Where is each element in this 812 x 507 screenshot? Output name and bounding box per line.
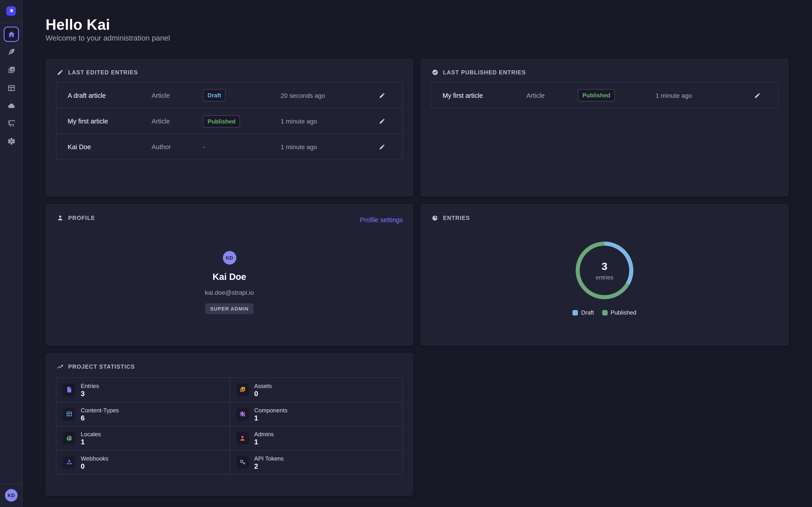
entries-count: 3 — [602, 260, 607, 272]
stat-value: 2 — [254, 462, 258, 470]
status-badge: Published — [578, 89, 615, 101]
sidebar-item-home[interactable] — [4, 26, 19, 42]
pencil-icon — [754, 92, 761, 99]
entry-name: My first article — [68, 118, 152, 125]
legend-label: Draft — [581, 309, 594, 316]
edit-entry-button[interactable] — [375, 140, 389, 154]
stat-label: Webhooks — [81, 455, 108, 462]
stat-value: 1 — [254, 438, 258, 446]
entry-time: 1 minute ago — [281, 118, 375, 125]
sidebar-item-deploy[interactable] — [0, 98, 22, 113]
strapi-admin-dashboard: KD Hello Kai Welcome to your administrat… — [0, 0, 812, 507]
globe-icon — [66, 435, 72, 442]
stat-api-tokens: API Tokens 2 — [230, 450, 402, 474]
entries-chart: 3 entries Draft Published — [421, 238, 788, 316]
project-statistics-panel: PROJECT STATISTICS Entries 3 Assets 0 Co… — [46, 353, 413, 496]
marketplace-cart-icon — [7, 119, 15, 127]
stat-label: Entries — [81, 383, 99, 389]
entries-count-label: entries — [596, 274, 613, 281]
table-row: A draft article Article Draft 20 seconds… — [56, 82, 402, 108]
panel-header: PROFILE — [57, 215, 95, 221]
status-empty: - — [203, 143, 281, 151]
panel-header: ENTRIES — [432, 215, 470, 221]
stat-label: Assets — [254, 383, 272, 389]
table-row: My first article Article Published 1 min… — [431, 82, 778, 108]
key-icon — [239, 459, 246, 466]
sidebar-item-media-library[interactable] — [0, 62, 22, 77]
sidebar-divider — [0, 22, 22, 23]
draft-swatch — [573, 310, 578, 315]
pencil-icon — [379, 118, 385, 124]
profile-name: Kai Doe — [46, 272, 413, 282]
stat-content-types: Content-Types 6 — [56, 402, 230, 426]
legend-item-published: Published — [602, 309, 636, 316]
pie-chart-icon — [432, 215, 439, 221]
strapi-logo-icon — [8, 8, 14, 14]
entry-type: Article — [152, 92, 203, 99]
sidebar-item-marketplace[interactable] — [0, 115, 22, 131]
profile-settings-link[interactable]: Profile settings — [360, 216, 403, 224]
donut-center: 3 entries — [572, 238, 637, 303]
panel-title: LAST PUBLISHED ENTRIES — [443, 69, 526, 75]
sidebar-item-content-type-builder[interactable] — [0, 80, 22, 96]
sidebar: KD — [0, 0, 22, 507]
edit-entry-button[interactable] — [375, 89, 389, 102]
entry-type: Article — [152, 118, 203, 125]
stat-locales: Locales 1 — [56, 426, 230, 450]
page-title: Hello Kai — [46, 16, 110, 33]
legend-label: Published — [611, 309, 636, 316]
profile-body: KD Kai Doe kai.doe@strapi.io SUPER ADMIN — [46, 251, 413, 314]
panel-header: LAST PUBLISHED ENTRIES — [432, 69, 526, 76]
images-icon — [239, 386, 246, 393]
table-row: Kai Doe Author - 1 minute ago — [56, 134, 402, 160]
stat-components: Components 1 — [230, 402, 402, 426]
panel-header: PROJECT STATISTICS — [57, 363, 135, 370]
content-type-builder-icon — [7, 83, 15, 92]
media-library-icon — [7, 66, 15, 74]
last-published-table: My first article Article Published 1 min… — [431, 82, 778, 109]
settings-gear-icon — [7, 137, 15, 145]
pencil-icon — [379, 144, 385, 150]
profile-panel: PROFILE Profile settings KD Kai Doe kai.… — [46, 204, 413, 346]
entry-time: 1 minute ago — [655, 92, 751, 99]
entry-type: Article — [526, 92, 578, 99]
sidebar-item-settings[interactable] — [0, 133, 22, 149]
user-icon — [57, 215, 64, 221]
user-avatar[interactable]: KD — [5, 489, 17, 502]
check-circle-icon — [432, 69, 439, 76]
stat-value: 6 — [81, 414, 85, 422]
trending-up-icon — [57, 363, 64, 370]
stat-label: Admins — [254, 431, 274, 438]
feather-content-manager-icon — [7, 48, 15, 56]
edit-entry-button[interactable] — [375, 114, 389, 128]
stat-value: 0 — [81, 462, 85, 470]
stat-entries: Entries 3 — [56, 378, 230, 402]
sidebar-bottom-divider — [0, 484, 22, 485]
sidebar-item-content-manager[interactable] — [0, 44, 22, 59]
stat-value: 3 — [81, 390, 85, 397]
stat-label: Locales — [81, 431, 101, 438]
entry-time: 1 minute ago — [281, 143, 375, 151]
role-badge: SUPER ADMIN — [205, 303, 254, 314]
profile-email: kai.doe@strapi.io — [46, 289, 413, 296]
webhook-icon — [66, 459, 72, 466]
status-badge: Published — [203, 115, 240, 127]
strapi-logo[interactable] — [6, 6, 16, 16]
entry-name: My first article — [443, 92, 526, 99]
stat-value: 1 — [254, 414, 258, 422]
stats-grid: Entries 3 Assets 0 Content-Types 6 Compo… — [56, 377, 403, 474]
home-icon — [7, 30, 15, 39]
puzzle-icon — [239, 411, 246, 417]
panel-title: LAST EDITED ENTRIES — [68, 69, 138, 75]
chart-legend: Draft Published — [573, 309, 637, 316]
stat-label: Content-Types — [81, 407, 119, 414]
entry-name: A draft article — [68, 92, 152, 99]
profile-avatar: KD — [222, 251, 236, 265]
stat-value: 0 — [254, 390, 258, 397]
table-row: My first article Article Published 1 min… — [56, 108, 402, 134]
edit-entry-button[interactable] — [751, 89, 764, 102]
panel-title: PROJECT STATISTICS — [68, 363, 135, 370]
panel-title: ENTRIES — [443, 215, 470, 221]
last-edited-entries-panel: LAST EDITED ENTRIES A draft article Arti… — [46, 59, 413, 196]
stat-assets: Assets 0 — [230, 378, 402, 402]
